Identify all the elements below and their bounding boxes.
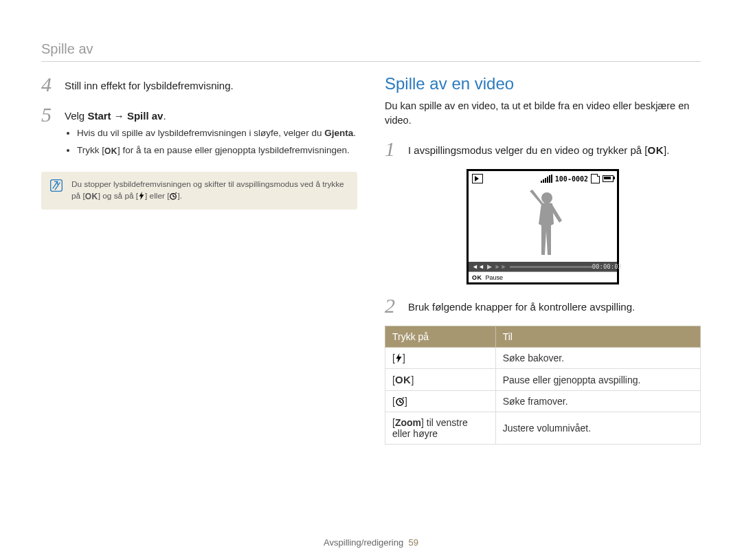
text-fragment: Trykk [ [77,145,104,155]
table-row: [Zoom] til venstre eller høyre Justere v… [385,412,701,445]
ok-icon: OK [472,274,482,281]
step-number: 2 [385,295,400,316]
page: Spille av 4 Still inn effekt for lysbild… [0,0,742,560]
step-text: Bruk følgende knapper for å kontrollere … [408,295,635,316]
progress-track [510,266,592,268]
ok-icon: OK [85,190,98,203]
header-rule [41,61,701,62]
cell-action: Søke framover. [495,391,700,412]
timer-icon [395,396,405,406]
ok-icon: OK [104,146,117,157]
footer-section: Avspilling/redigering [324,537,403,548]
play-mode-icon [472,174,483,183]
flash-icon [138,192,145,200]
signal-icon [541,175,552,183]
bullet-item: Trykk [OK] for å ta en pause eller gjeno… [77,144,356,157]
section-intro: Du kan spille av en video, ta ut et bild… [385,99,701,128]
camera-screen: 100-0002 [466,169,619,284]
cell-press: [] [385,391,496,412]
memory-card-icon [591,174,600,183]
step-number: 5 [41,104,56,162]
camera-statusbar: 100-0002 [469,171,617,186]
text-fragment: Hvis du vil spille av lysbildefremvisnin… [77,128,324,138]
rewind-icon: ◄◄ [472,263,484,270]
text-fragment: . [353,128,356,138]
step-number: 1 [385,139,400,159]
step-text: Still inn effekt for lysbildefremvisning… [65,74,234,95]
ok-icon: OK [648,144,664,156]
page-footer: Avspilling/redigering 59 [0,537,742,548]
section-title: Spille av en video [385,74,701,93]
text-fragment: ] eller [ [145,191,169,201]
cell-action: Søke bakover. [495,348,700,369]
camera-progress-bar: ◄◄ ▶ ►► 00:00:03 [469,262,617,271]
table-header-row: Trykk på Til [385,326,701,348]
step-number: 4 [41,74,56,95]
bullet-list: Hvis du vil spille av lysbildefremvisnin… [65,126,356,158]
camera-preview [469,186,617,262]
footer-page-number: 59 [408,537,418,548]
step-text: I avspillingsmodus velger du en video og… [408,139,669,159]
playback-time: 00:00:03 [592,263,622,270]
forward-icon: ►► [495,263,507,270]
bottom-label: Pause [486,274,504,281]
text-bold: Zoom [395,417,421,428]
bracket: ] [403,352,405,363]
table-row: [OK] Pause eller gjenoppta avspilling. [385,369,701,391]
cell-action: Pause eller gjenoppta avspilling. [495,369,700,391]
text-fragment: I avspillingsmodus velger du en video og… [408,144,648,156]
camera-screenshot: 100-0002 [385,169,701,284]
text-fragment: Velg [65,110,87,122]
note-icon [49,179,63,192]
page-header-title: Spille av [41,41,701,57]
step-1: 1 I avspillingsmodus velger du en video … [385,139,701,159]
bullet-item: Hvis du vil spille av lysbildefremvisnin… [77,126,356,140]
cell-press: [Zoom] til venstre eller høyre [385,412,496,445]
status-right: 100-0002 [541,174,614,183]
step-5: 5 Velg Start → Spill av. Hvis du vil spi… [41,104,357,162]
ok-icon: OK [395,374,412,385]
svg-point-2 [541,192,552,203]
note-text: Du stopper lysbildefremvisningen og skif… [71,179,349,203]
note-box: Du stopper lysbildefremvisningen og skif… [41,172,357,210]
person-silhouette-icon [526,190,567,262]
cell-action: Justere volumnivået. [495,412,700,445]
table-row: [] Søke framover. [385,391,701,412]
text-fragment: ]. [664,144,669,156]
step-text: Velg Start → Spill av. Hvis du vil spill… [65,104,356,162]
text-bold: Gjenta [324,128,353,138]
step-2: 2 Bruk følgende knapper for å kontroller… [385,295,701,316]
step-4: 4 Still inn effekt for lysbildefremvisni… [41,74,357,95]
table-header-action: Til [495,326,700,348]
play-icon: ▶ [487,263,492,270]
status-left [472,174,483,183]
right-column: Spille av en video Du kan spille av en v… [385,74,701,445]
text-bold: Spill av [127,110,164,122]
flash-icon [395,353,403,363]
camera-bottom-bar: OK Pause [469,271,617,282]
playback-controls: ◄◄ ▶ ►► [472,263,592,270]
controls-table: Trykk på Til [] Søke bakover. [OK] [385,326,701,445]
left-column: 4 Still inn effekt for lysbildefremvisni… [41,74,357,445]
text-fragment: ]. [177,191,182,201]
table-header-press: Trykk på [385,326,496,348]
text-bold: Start [87,110,111,122]
battery-icon [603,175,614,182]
cell-press: [OK] [385,369,496,391]
bracket: ] [405,396,407,407]
table-row: [] Søke bakover. [385,348,701,369]
bracket: ] [411,374,414,385]
timer-icon [169,192,177,200]
two-column-layout: 4 Still inn effekt for lysbildefremvisni… [41,74,701,445]
cell-press: [] [385,348,496,369]
text-fragment: ] og så på [ [98,191,138,201]
file-counter: 100-0002 [555,175,588,183]
text-fragment: ] for å ta en pause eller gjenoppta lysb… [117,145,350,155]
text-arrow: → [111,110,127,122]
text-fragment: . [163,110,166,122]
